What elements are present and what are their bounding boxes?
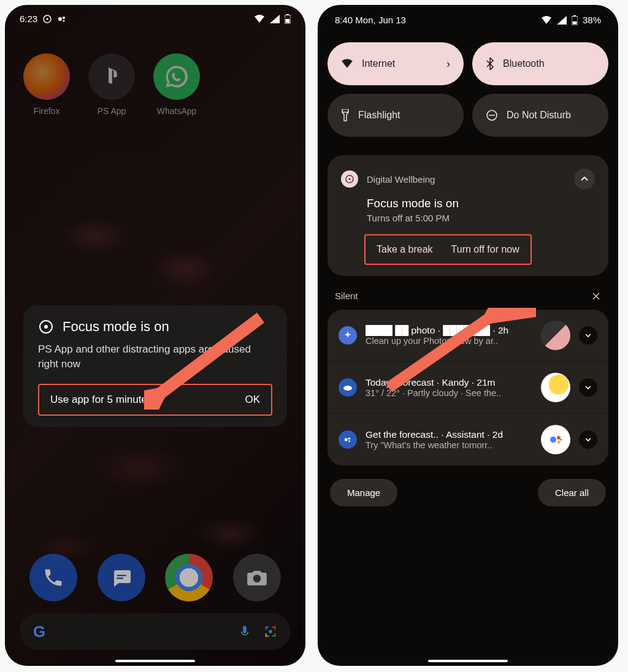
notif-thumbnail: [541, 321, 570, 350]
svg-point-19: [269, 630, 272, 633]
svg-point-30: [348, 438, 351, 440]
svg-rect-6: [286, 14, 289, 15]
svg-point-33: [557, 436, 561, 440]
app-shortcut-firefox[interactable]: Firefox: [23, 53, 70, 116]
svg-rect-12: [266, 627, 267, 630]
gesture-nav-handle[interactable]: [428, 660, 508, 662]
google-logo-icon: G: [33, 622, 45, 641]
svg-point-9: [44, 325, 48, 329]
battery-percent: 38%: [583, 15, 601, 25]
camera-app-icon[interactable]: [233, 554, 281, 601]
chevron-right-icon: ›: [446, 58, 450, 71]
svg-rect-14: [274, 627, 275, 630]
svg-rect-22: [572, 21, 576, 25]
home-dock: [5, 554, 305, 601]
digital-wellbeing-icon: [341, 170, 358, 188]
svg-point-4: [63, 20, 65, 21]
notif-item-photos[interactable]: ████ ██ photo · ███████ · 2h Clean up yo…: [327, 310, 608, 362]
qs-tile-bluetooth[interactable]: Bluetooth: [472, 42, 608, 85]
silent-notification-list: ████ ██ photo · ███████ · 2h Clean up yo…: [327, 310, 608, 465]
app-shortcut-psapp[interactable]: PS App: [88, 53, 135, 116]
home-apps-row: Firefox PS App WhatsApp: [5, 29, 305, 116]
shade-bottom-actions: Manage Clear all: [327, 479, 608, 506]
focus-mode-icon: [38, 319, 54, 335]
svg-point-10: [253, 575, 261, 582]
status-bar: 6:23: [5, 5, 305, 29]
svg-point-1: [47, 18, 48, 20]
notif-item-weather[interactable]: Today's forecast · Kandy · 21m 31° / 22°…: [327, 362, 608, 414]
whatsapp-icon: [153, 53, 200, 100]
battery-icon: [572, 15, 578, 25]
svg-point-35: [561, 439, 562, 441]
svg-rect-21: [573, 15, 576, 17]
phone-right-notification-shade: 8:40 Mon, Jun 13 38% Internet › Bluetoot…: [318, 5, 618, 666]
weather-app-icon: [339, 378, 357, 397]
firefox-icon: [23, 53, 70, 100]
expand-button[interactable]: [579, 326, 597, 345]
take-a-break-button[interactable]: Take a break: [377, 244, 433, 255]
notif-item-assistant[interactable]: Get the forecast.. · Assistant · 2d Try …: [327, 414, 608, 465]
assistant-app-icon: [339, 430, 357, 449]
weather-thumbnail-icon: [541, 373, 570, 402]
flashlight-icon: [341, 109, 350, 121]
svg-point-27: [349, 178, 351, 180]
svg-point-3: [63, 17, 65, 19]
turn-off-now-button[interactable]: Turn off for now: [451, 244, 519, 255]
notif-subtitle: Turns off at 5:00 PM: [367, 213, 595, 223]
dialog-actions-highlight: Use app for 5 minutes OK: [38, 384, 272, 416]
lens-icon[interactable]: [264, 625, 277, 638]
svg-point-34: [557, 441, 561, 444]
svg-point-2: [58, 17, 62, 21]
focus-mode-notification[interactable]: Digital Wellbeing Focus mode is on Turns…: [327, 155, 608, 276]
status-time: 6:23: [20, 13, 37, 24]
svg-point-32: [550, 437, 556, 443]
focus-mode-dialog: Focus mode is on PS App and other distra…: [23, 305, 287, 427]
app-shortcut-whatsapp[interactable]: WhatsApp: [153, 53, 200, 116]
dialog-title: Focus mode is on: [63, 319, 169, 335]
clear-all-button[interactable]: Clear all: [538, 479, 606, 506]
messages-app-icon[interactable]: [98, 554, 145, 601]
ok-button[interactable]: OK: [245, 394, 260, 406]
battery-icon: [285, 14, 291, 24]
mic-icon[interactable]: [238, 625, 251, 638]
manage-button[interactable]: Manage: [330, 479, 397, 506]
qs-tile-flashlight[interactable]: Flashlight: [327, 94, 464, 137]
assistant-thumbnail-icon: [541, 425, 570, 454]
wifi-icon: [254, 15, 265, 23]
svg-rect-16: [266, 633, 267, 637]
qs-tile-dnd[interactable]: Do Not Disturb: [472, 94, 608, 137]
svg-point-29: [345, 438, 348, 441]
gesture-nav-handle[interactable]: [115, 660, 195, 662]
svg-point-31: [348, 440, 350, 442]
status-bar: 8:40 Mon, Jun 13 38%: [327, 5, 608, 30]
quick-settings-grid: Internet › Bluetooth Flashlight Do Not D…: [327, 42, 608, 137]
svg-rect-18: [274, 633, 275, 637]
expand-button[interactable]: [579, 430, 597, 449]
bluetooth-icon: [486, 58, 494, 70]
qs-tile-internet[interactable]: Internet ›: [327, 42, 464, 85]
collapse-button[interactable]: [574, 169, 595, 189]
svg-point-28: [343, 386, 352, 391]
svg-rect-7: [286, 19, 290, 23]
photos-app-icon: [339, 326, 357, 345]
dialog-body: PS App and other distracting apps are pa…: [38, 342, 272, 372]
notif-app-name: Digital Wellbeing: [367, 174, 435, 185]
focus-mode-icon: [42, 14, 52, 24]
svg-rect-23: [342, 109, 348, 112]
cell-signal-icon: [557, 16, 567, 25]
expand-button[interactable]: [579, 378, 597, 397]
status-time-date: 8:40 Mon, Jun 13: [335, 15, 406, 25]
assistant-icon: [57, 14, 67, 24]
wifi-icon: [341, 59, 353, 69]
google-search-bar[interactable]: G: [20, 613, 291, 650]
notif-title: Focus mode is on: [367, 197, 595, 210]
use-app-5min-button[interactable]: Use app for 5 minutes: [50, 394, 152, 406]
phone-app-icon[interactable]: [29, 554, 77, 601]
playstation-icon: [88, 53, 135, 100]
do-not-disturb-icon: [486, 109, 498, 121]
close-silent-icon[interactable]: [591, 291, 601, 301]
silent-section-header: Silent: [327, 276, 608, 310]
chrome-app-icon[interactable]: [165, 554, 213, 601]
wifi-icon: [541, 16, 552, 25]
notif-actions-highlight: Take a break Turn off for now: [364, 234, 532, 265]
